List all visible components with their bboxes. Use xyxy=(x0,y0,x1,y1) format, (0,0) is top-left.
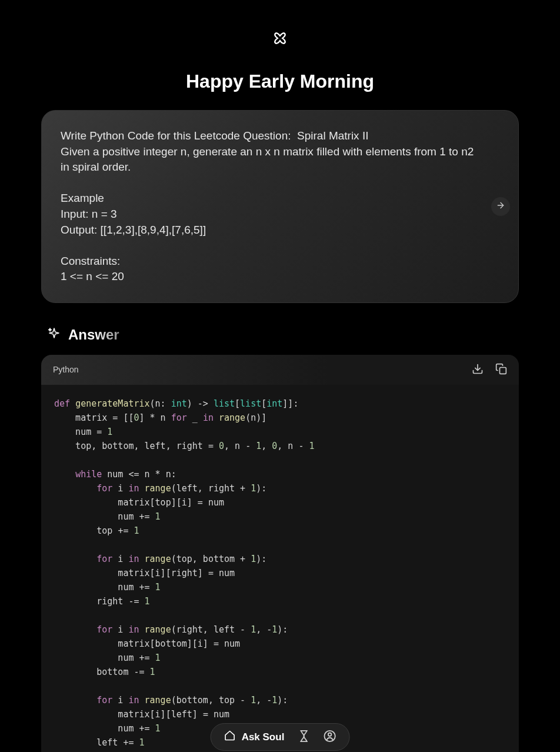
copy-button[interactable] xyxy=(495,363,507,377)
hourglass-icon xyxy=(297,730,310,744)
code-language-label: Python xyxy=(53,365,79,374)
prompt-card: Write Python Code for this Leetcode Ques… xyxy=(41,110,519,303)
home-icon xyxy=(224,730,236,744)
code-header: Python xyxy=(41,355,519,385)
copy-icon xyxy=(495,363,507,377)
bottom-bar: Ask Soul xyxy=(211,723,350,751)
prompt-text[interactable]: Write Python Code for this Leetcode Ques… xyxy=(61,128,483,285)
submit-button[interactable] xyxy=(491,197,510,216)
answer-header: Answer xyxy=(47,327,519,343)
svg-point-4 xyxy=(328,733,332,737)
sparkles-icon xyxy=(47,327,61,343)
history-button[interactable] xyxy=(297,730,310,744)
ask-soul-button[interactable]: Ask Soul xyxy=(224,730,285,744)
profile-button[interactable] xyxy=(323,730,336,744)
download-button[interactable] xyxy=(472,363,484,377)
answer-title: Answer xyxy=(68,327,119,343)
code-block[interactable]: def generateMatrix(n: int) -> list[list[… xyxy=(41,385,519,752)
user-icon xyxy=(323,730,336,744)
greeting-title: Happy Early Morning xyxy=(186,71,374,92)
arrow-right-icon xyxy=(496,201,505,212)
download-icon xyxy=(472,363,484,377)
code-card: Python def generateMatrix(n: int) -> lis… xyxy=(41,355,519,752)
app-logo-icon xyxy=(265,24,295,53)
svg-rect-2 xyxy=(500,367,506,374)
header: Happy Early Morning xyxy=(0,0,560,110)
ask-soul-label: Ask Soul xyxy=(242,731,285,743)
